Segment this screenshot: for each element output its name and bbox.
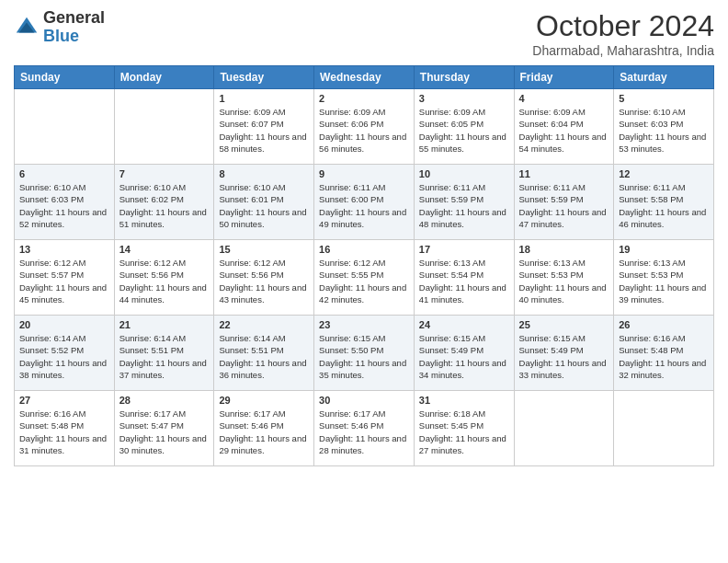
cell-content: Sunrise: 6:18 AMSunset: 5:45 PMDaylight:… bbox=[419, 408, 509, 456]
day-number: 7 bbox=[119, 168, 210, 179]
sunrise-text: Sunrise: 6:17 AM bbox=[219, 408, 285, 419]
daylight-text: Daylight: 11 hours and 49 minutes. bbox=[319, 207, 406, 229]
day-cell: 29Sunrise: 6:17 AMSunset: 5:46 PMDayligh… bbox=[214, 391, 314, 466]
cell-content: Sunrise: 6:16 AMSunset: 5:48 PMDaylight:… bbox=[19, 408, 109, 456]
day-number: 10 bbox=[419, 168, 509, 179]
cell-content: Sunrise: 6:15 AMSunset: 5:50 PMDaylight:… bbox=[319, 332, 409, 381]
calendar: SundayMondayTuesdayWednesdayThursdayFrid… bbox=[14, 65, 714, 466]
day-cell: 1Sunrise: 6:09 AMSunset: 6:07 PMDaylight… bbox=[214, 89, 314, 165]
sunset-text: Sunset: 6:05 PM bbox=[419, 119, 483, 129]
sunrise-text: Sunrise: 6:12 AM bbox=[19, 258, 85, 268]
cell-content: Sunrise: 6:09 AMSunset: 6:06 PMDaylight:… bbox=[319, 106, 409, 155]
day-cell: 9Sunrise: 6:11 AMSunset: 6:00 PMDaylight… bbox=[314, 165, 415, 240]
daylight-text: Daylight: 11 hours and 33 minutes. bbox=[519, 358, 607, 380]
cell-content: Sunrise: 6:12 AMSunset: 5:55 PMDaylight:… bbox=[319, 257, 409, 305]
day-number: 12 bbox=[619, 168, 709, 179]
day-number: 25 bbox=[519, 319, 609, 330]
sunrise-text: Sunrise: 6:15 AM bbox=[319, 333, 385, 343]
daylight-text: Daylight: 11 hours and 28 minutes. bbox=[319, 433, 406, 455]
day-cell: 22Sunrise: 6:14 AMSunset: 5:51 PMDayligh… bbox=[214, 316, 314, 391]
sunrise-text: Sunrise: 6:14 AM bbox=[19, 333, 85, 343]
daylight-text: Daylight: 11 hours and 56 minutes. bbox=[319, 132, 406, 154]
sunset-text: Sunset: 5:57 PM bbox=[19, 270, 84, 280]
day-cell: 7Sunrise: 6:10 AMSunset: 6:02 PMDaylight… bbox=[114, 165, 214, 240]
title-area: October 2024 Dharmabad, Maharashtra, Ind… bbox=[532, 9, 714, 58]
day-cell: 30Sunrise: 6:17 AMSunset: 5:46 PMDayligh… bbox=[314, 391, 415, 466]
sunset-text: Sunset: 6:03 PM bbox=[19, 194, 84, 204]
day-cell: 10Sunrise: 6:11 AMSunset: 5:59 PMDayligh… bbox=[414, 165, 514, 240]
cell-content: Sunrise: 6:12 AMSunset: 5:56 PMDaylight:… bbox=[119, 257, 210, 305]
sunrise-text: Sunrise: 6:15 AM bbox=[519, 333, 586, 343]
day-number: 2 bbox=[319, 93, 409, 104]
cell-content: Sunrise: 6:13 AMSunset: 5:53 PMDaylight:… bbox=[519, 257, 609, 305]
day-cell: 2Sunrise: 6:09 AMSunset: 6:06 PMDaylight… bbox=[314, 89, 415, 165]
sunset-text: Sunset: 6:04 PM bbox=[519, 119, 584, 129]
header: General Blue October 2024 Dharmabad, Mah… bbox=[14, 9, 714, 58]
sunset-text: Sunset: 5:50 PM bbox=[319, 345, 383, 355]
sunrise-text: Sunrise: 6:17 AM bbox=[119, 408, 186, 419]
day-cell: 4Sunrise: 6:09 AMSunset: 6:04 PMDaylight… bbox=[514, 89, 614, 165]
week-row-5: 27Sunrise: 6:16 AMSunset: 5:48 PMDayligh… bbox=[15, 391, 714, 466]
day-number: 26 bbox=[619, 319, 709, 330]
day-cell bbox=[114, 89, 214, 165]
daylight-text: Daylight: 11 hours and 36 minutes. bbox=[219, 358, 306, 380]
sunset-text: Sunset: 5:54 PM bbox=[419, 270, 483, 280]
day-number: 17 bbox=[419, 244, 509, 255]
sunset-text: Sunset: 5:49 PM bbox=[419, 345, 483, 355]
weekday-header-wednesday: Wednesday bbox=[314, 66, 415, 89]
week-row-3: 13Sunrise: 6:12 AMSunset: 5:57 PMDayligh… bbox=[15, 240, 714, 316]
sunrise-text: Sunrise: 6:11 AM bbox=[619, 182, 685, 192]
day-cell: 27Sunrise: 6:16 AMSunset: 5:48 PMDayligh… bbox=[15, 391, 115, 466]
day-cell: 19Sunrise: 6:13 AMSunset: 5:53 PMDayligh… bbox=[614, 240, 714, 316]
sunrise-text: Sunrise: 6:16 AM bbox=[19, 408, 85, 419]
day-number: 14 bbox=[119, 244, 210, 255]
daylight-text: Daylight: 11 hours and 29 minutes. bbox=[219, 433, 306, 455]
day-number: 3 bbox=[419, 93, 509, 104]
sunset-text: Sunset: 6:06 PM bbox=[319, 119, 383, 129]
sunset-text: Sunset: 5:53 PM bbox=[619, 270, 683, 280]
sunrise-text: Sunrise: 6:13 AM bbox=[519, 258, 586, 268]
daylight-text: Daylight: 11 hours and 45 minutes. bbox=[19, 282, 107, 304]
logo-text: General Blue bbox=[43, 9, 105, 46]
month-title: October 2024 bbox=[532, 9, 714, 43]
day-cell: 14Sunrise: 6:12 AMSunset: 5:56 PMDayligh… bbox=[114, 240, 214, 316]
day-number: 29 bbox=[219, 395, 309, 406]
daylight-text: Daylight: 11 hours and 41 minutes. bbox=[419, 282, 506, 304]
day-cell: 6Sunrise: 6:10 AMSunset: 6:03 PMDaylight… bbox=[15, 165, 115, 240]
weekday-header-monday: Monday bbox=[114, 66, 214, 89]
day-number: 4 bbox=[519, 93, 609, 104]
cell-content: Sunrise: 6:14 AMSunset: 5:51 PMDaylight:… bbox=[219, 332, 309, 381]
daylight-text: Daylight: 11 hours and 44 minutes. bbox=[119, 282, 207, 304]
daylight-text: Daylight: 11 hours and 54 minutes. bbox=[519, 132, 607, 154]
cell-content: Sunrise: 6:12 AMSunset: 5:57 PMDaylight:… bbox=[19, 257, 109, 305]
day-number: 31 bbox=[419, 395, 509, 406]
daylight-text: Daylight: 11 hours and 31 minutes. bbox=[19, 433, 107, 455]
sunset-text: Sunset: 6:01 PM bbox=[219, 194, 283, 204]
logo-general: General bbox=[43, 8, 105, 27]
cell-content: Sunrise: 6:11 AMSunset: 5:59 PMDaylight:… bbox=[419, 181, 509, 230]
sunrise-text: Sunrise: 6:13 AM bbox=[419, 258, 485, 268]
daylight-text: Daylight: 11 hours and 27 minutes. bbox=[419, 433, 506, 455]
day-number: 30 bbox=[319, 395, 409, 406]
weekday-header-tuesday: Tuesday bbox=[214, 66, 314, 89]
daylight-text: Daylight: 11 hours and 39 minutes. bbox=[619, 282, 706, 304]
daylight-text: Daylight: 11 hours and 40 minutes. bbox=[519, 282, 607, 304]
sunrise-text: Sunrise: 6:12 AM bbox=[319, 258, 385, 268]
weekday-header-thursday: Thursday bbox=[414, 66, 514, 89]
cell-content: Sunrise: 6:16 AMSunset: 5:48 PMDaylight:… bbox=[619, 332, 709, 381]
cell-content: Sunrise: 6:15 AMSunset: 5:49 PMDaylight:… bbox=[419, 332, 509, 381]
day-number: 15 bbox=[219, 244, 309, 255]
day-cell bbox=[514, 391, 614, 466]
daylight-text: Daylight: 11 hours and 35 minutes. bbox=[319, 358, 406, 380]
day-cell: 18Sunrise: 6:13 AMSunset: 5:53 PMDayligh… bbox=[514, 240, 614, 316]
page: General Blue October 2024 Dharmabad, Mah… bbox=[0, 0, 728, 563]
cell-content: Sunrise: 6:11 AMSunset: 5:58 PMDaylight:… bbox=[619, 181, 709, 230]
day-number: 27 bbox=[19, 395, 109, 406]
sunset-text: Sunset: 5:49 PM bbox=[519, 345, 584, 355]
daylight-text: Daylight: 11 hours and 38 minutes. bbox=[19, 358, 107, 380]
cell-content: Sunrise: 6:17 AMSunset: 5:46 PMDaylight:… bbox=[219, 408, 309, 456]
daylight-text: Daylight: 11 hours and 51 minutes. bbox=[119, 207, 207, 229]
day-cell: 5Sunrise: 6:10 AMSunset: 6:03 PMDaylight… bbox=[614, 89, 714, 165]
sunset-text: Sunset: 5:45 PM bbox=[419, 420, 483, 431]
week-row-2: 6Sunrise: 6:10 AMSunset: 6:03 PMDaylight… bbox=[15, 165, 714, 240]
